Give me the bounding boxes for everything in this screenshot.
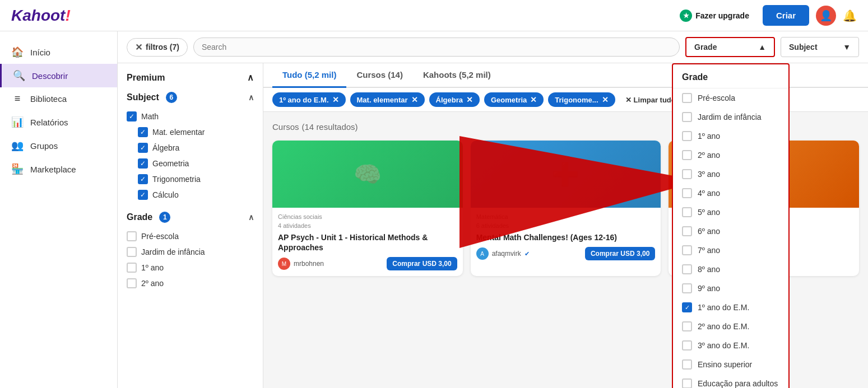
pre-escola-checkbox[interactable] — [127, 231, 137, 241]
logo: Kahoot! — [11, 7, 71, 25]
grade-option-14[interactable]: Ensino superior — [673, 355, 788, 374]
grade-option-checkbox-14[interactable] — [682, 359, 692, 370]
grade-option-13[interactable]: 3º ano do E.M. — [673, 336, 788, 355]
grade-option-10[interactable]: 9º ano — [673, 279, 788, 298]
chip-close-icon-4[interactable]: ✕ — [530, 95, 537, 104]
grade-option-checkbox-11[interactable]: ✓ — [682, 302, 692, 312]
filter-clear-button[interactable]: ✕ filtros (7) — [127, 38, 188, 57]
sidebar-item-marketplace[interactable]: 🏪 Marketplace — [0, 157, 117, 181]
chip-geometria[interactable]: Geometria ✕ — [484, 92, 544, 107]
tab-tudo[interactable]: Tudo (5,2 mil) — [272, 63, 346, 88]
grade-option-label-1: Jardim de infância — [698, 113, 762, 121]
grade-item-jardim[interactable]: Jardim de infância — [127, 244, 254, 260]
subject-item-geometria[interactable]: ✓ Geometria — [127, 156, 254, 171]
calculo-label: Cálculo — [152, 190, 179, 199]
subject-dropdown-label: Subject — [789, 43, 818, 52]
grade-option-9[interactable]: 8º ano — [673, 260, 788, 279]
chip-close-icon[interactable]: ✕ — [332, 95, 339, 104]
grade-option-checkbox-0[interactable] — [682, 93, 692, 103]
sidebar-item-biblioteca[interactable]: ≡ Biblioteca — [0, 87, 117, 110]
chip-close-icon-5[interactable]: ✕ — [602, 95, 609, 104]
grade-option-checkbox-13[interactable] — [682, 340, 692, 350]
premium-header[interactable]: Premium ∧ — [127, 72, 254, 83]
subject-dropdown-trigger[interactable]: Subject ▼ — [781, 37, 859, 57]
subject-item-mat-elementar[interactable]: ✓ Mat. elementar — [127, 124, 254, 140]
grade-option-checkbox-7[interactable] — [682, 226, 692, 236]
bell-icon[interactable]: 🔔 — [843, 9, 857, 22]
math-checkbox[interactable]: ✓ — [127, 111, 137, 121]
grade-option-checkbox-3[interactable] — [682, 150, 692, 160]
grade-option-checkbox-2[interactable] — [682, 131, 692, 141]
chip-close-icon-3[interactable]: ✕ — [466, 95, 473, 104]
avatar[interactable]: 👤 — [816, 6, 836, 26]
upgrade-button[interactable]: ★ Fazer upgrade — [673, 5, 756, 26]
subject-item-math[interactable]: ✓ Math — [127, 109, 254, 124]
grade-option-checkbox-15[interactable] — [682, 378, 692, 388]
mat-elementar-checkbox[interactable]: ✓ — [138, 127, 148, 137]
subject-item-algebra[interactable]: ✓ Álgebra — [127, 140, 254, 156]
grade-option-checkbox-9[interactable] — [682, 264, 692, 274]
card-2-avatar: A — [476, 247, 489, 260]
close-all-icon: ✕ — [625, 96, 632, 104]
jardim-checkbox[interactable] — [127, 247, 137, 257]
grade-option-8[interactable]: 7º ano — [673, 241, 788, 260]
sidebar-item-grupos[interactable]: 👥 Grupos — [0, 134, 117, 157]
sidebar-item-inicio[interactable]: 🏠 Início — [0, 40, 117, 64]
grade-option-4[interactable]: 3º ano — [673, 165, 788, 184]
chip-algebra[interactable]: Álgebra ✕ — [429, 92, 480, 107]
algebra-checkbox[interactable]: ✓ — [138, 143, 148, 153]
card-1-title: AP Psych - Unit 1 - Historical Methods &… — [278, 232, 457, 253]
grade-option-checkbox-12[interactable] — [682, 321, 692, 331]
grade-option-checkbox-1[interactable] — [682, 112, 692, 122]
search-input[interactable] — [193, 38, 680, 57]
chip-mat-elementar[interactable]: Mat. elementar ✕ — [350, 92, 425, 107]
subject-item-trigonometria[interactable]: ✓ Trigonometria — [127, 171, 254, 187]
tab-cursos[interactable]: Cursos (14) — [346, 63, 413, 88]
grade-option-checkbox-4[interactable] — [682, 169, 692, 179]
chip-close-icon-2[interactable]: ✕ — [411, 95, 418, 104]
chevron-down-icon: ▼ — [843, 43, 851, 52]
grade-item-1ano[interactable]: 1º ano — [127, 260, 254, 275]
dropdowns-area: Grade ▲ Subject ▼ — [685, 37, 859, 57]
subject-item-calculo[interactable]: ✓ Cálculo — [127, 187, 254, 203]
grade-dropdown-trigger[interactable]: Grade ▲ — [685, 37, 775, 57]
sidebar-item-descobrir[interactable]: 🔍 Descobrir — [0, 64, 117, 87]
grade-option-checkbox-5[interactable] — [682, 188, 692, 198]
subject-header[interactable]: Subject 6 ∧ — [127, 92, 254, 103]
tab-kahoots[interactable]: Kahoots (5,2 mil) — [413, 63, 501, 88]
grade-option-12[interactable]: 2º ano do E.M. — [673, 317, 788, 336]
card-2-activities: 6 atividades — [476, 222, 656, 229]
criar-button[interactable]: Criar — [763, 5, 809, 26]
chip-mat-label: Mat. elementar — [357, 96, 408, 104]
grade-option-7[interactable]: 6º ano — [673, 222, 788, 241]
sidebar-item-relatorios[interactable]: 📊 Relatórios — [0, 110, 117, 134]
subject-section-label: Subject — [127, 92, 159, 102]
2ano-checkbox[interactable] — [127, 278, 137, 288]
grade-option-checkbox-8[interactable] — [682, 245, 692, 255]
grade-option-1[interactable]: Jardim de infância — [673, 107, 788, 127]
grade-option-15[interactable]: Educação para adultos — [673, 374, 788, 388]
card-1-activities: 4 atividades — [278, 222, 457, 229]
grade-header[interactable]: Grade 1 ∧ — [127, 212, 254, 223]
card-2-buy-button[interactable]: Comprar USD 3,00 — [585, 247, 655, 260]
grade-option-checkbox-6[interactable] — [682, 207, 692, 217]
geometria-checkbox[interactable]: ✓ — [138, 158, 148, 169]
card-1-buy-button[interactable]: Comprar USD 3,00 — [387, 257, 457, 270]
card-2-author: A afaqmvirk ✔ — [476, 247, 530, 260]
chip-1ano-em[interactable]: 1º ano do E.M. ✕ — [272, 92, 346, 107]
grade-option-5[interactable]: 4º ano — [673, 184, 788, 203]
jardim-label: Jardim de infância — [141, 247, 205, 256]
grade-item-2ano[interactable]: 2º ano — [127, 275, 254, 291]
grade-option-11[interactable]: ✓1º ano do E.M. — [673, 298, 788, 317]
chip-trigonome[interactable]: Trigonome... ✕ — [548, 92, 615, 107]
grade-option-3[interactable]: 2º ano — [673, 146, 788, 165]
grade-option-6[interactable]: 5º ano — [673, 203, 788, 222]
grade-option-0[interactable]: Pré-escola — [673, 88, 788, 107]
grade-item-pre-escola[interactable]: Pré-escola — [127, 228, 254, 244]
1ano-checkbox[interactable] — [127, 263, 137, 273]
trigonometria-checkbox[interactable]: ✓ — [138, 174, 148, 184]
grade-option-checkbox-10[interactable] — [682, 283, 692, 293]
calculo-checkbox[interactable]: ✓ — [138, 190, 148, 200]
grade-option-2[interactable]: 1º ano — [673, 127, 788, 146]
grade-option-label-14: Ensino superior — [698, 360, 752, 369]
